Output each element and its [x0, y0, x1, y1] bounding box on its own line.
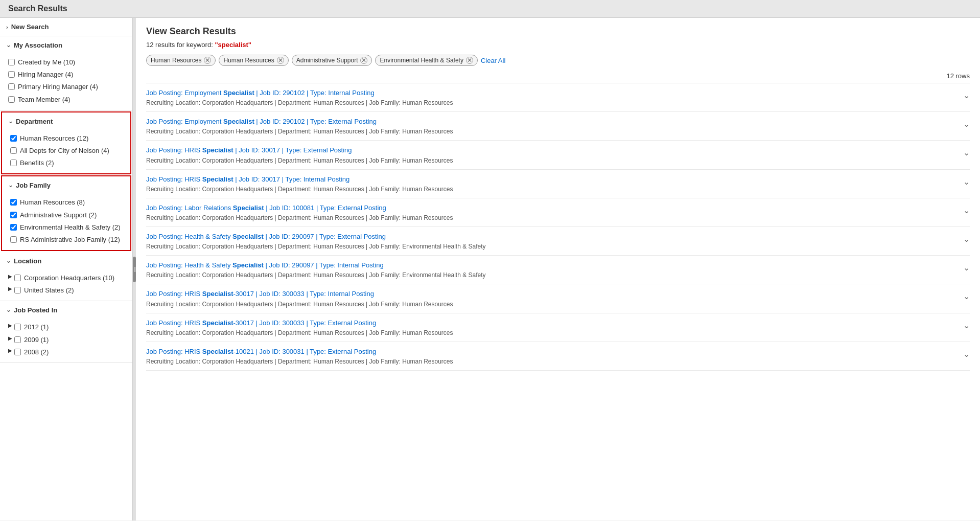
year-2009-label: 2009 (1)	[24, 335, 49, 345]
job-link[interactable]: Job Posting: HRIS Specialist-30017 | Job…	[146, 290, 374, 298]
remove-filter-icon[interactable]: ✕	[466, 57, 473, 64]
benefits-checkbox[interactable]	[10, 160, 17, 166]
expand-2009-icon[interactable]: ▶	[8, 335, 12, 341]
expand-2008-icon[interactable]: ▶	[8, 348, 12, 353]
clear-all-button[interactable]: Clear All	[481, 57, 505, 64]
job-link[interactable]: Job Posting: Labor Relations Specialist …	[146, 204, 386, 212]
created-by-me-checkbox[interactable]	[8, 59, 15, 65]
hiring-manager-checkbox[interactable]	[8, 71, 15, 78]
table-row: Job Posting: HRIS Specialist-10021 | Job…	[146, 342, 970, 371]
rs-admin-family-label: RS Administrative Job Family (12)	[20, 235, 120, 244]
expand-job-icon[interactable]: ⌄	[963, 206, 970, 215]
sidebar: › New Search ⌄ My Association Created by…	[0, 18, 133, 520]
expand-corp-hq-icon[interactable]: ▶	[8, 274, 12, 279]
year-2012-checkbox[interactable]	[14, 324, 21, 330]
job-title-bold: Specialist	[232, 261, 264, 269]
year-2008-label: 2008 (2)	[24, 348, 49, 357]
expand-job-icon[interactable]: ⌄	[963, 90, 970, 100]
chevron-down-icon: ⌄	[6, 307, 11, 313]
job-meta: Recruiting Location: Corporation Headqua…	[146, 214, 957, 221]
year-2009-checkbox[interactable]	[14, 336, 21, 343]
job-link[interactable]: Job Posting: HRIS Specialist | Job ID: 3…	[146, 146, 352, 154]
corp-hq-checkbox[interactable]	[14, 275, 21, 281]
job-link[interactable]: Job Posting: Employment Specialist | Job…	[146, 118, 377, 125]
expand-us-icon[interactable]: ▶	[8, 286, 12, 291]
job-link[interactable]: Job Posting: HRIS Specialist-30017 | Job…	[146, 319, 376, 327]
job-title: Job Posting: HRIS Specialist-30017 | Job…	[146, 289, 957, 299]
job-title-suffix: -10021 | Job ID: 300031 | Type: External…	[234, 348, 377, 355]
department-header[interactable]: ⌄ Department	[2, 112, 130, 130]
team-member-checkbox[interactable]	[8, 96, 15, 103]
job-link[interactable]: Job Posting: Employment Specialist | Job…	[146, 89, 375, 97]
env-health-safety-label: Environmental Health & Safety (2)	[20, 223, 121, 232]
expand-2012-icon[interactable]: ▶	[8, 323, 12, 328]
job-title-bold: Specialist	[232, 233, 264, 240]
primary-hiring-manager-checkbox[interactable]	[8, 83, 15, 90]
job-title-suffix: | Job ID: 290102 | Type: Internal Postin…	[254, 89, 375, 97]
year-2012-label: 2012 (1)	[24, 323, 49, 332]
content-area: View Search Results 12 results for keywo…	[136, 18, 980, 520]
job-title: Job Posting: HRIS Specialist | Job ID: 3…	[146, 146, 957, 155]
job-meta: Recruiting Location: Corporation Headqua…	[146, 301, 957, 308]
remove-filter-icon[interactable]: ✕	[277, 57, 284, 64]
location-header[interactable]: ⌄ Location	[0, 252, 132, 270]
table-row: Job Posting: Health & Safety Specialist …	[146, 256, 970, 284]
job-link[interactable]: Job Posting: HRIS Specialist-10021 | Job…	[146, 348, 376, 355]
filter-tag: Human Resources ✕	[146, 55, 216, 66]
chevron-down-icon: ⌄	[6, 258, 11, 264]
table-row: Job Posting: Employment Specialist | Job…	[146, 83, 970, 112]
expand-job-icon[interactable]: ⌄	[963, 263, 970, 273]
job-title-bold: Specialist	[223, 118, 254, 125]
job-item-content: Job Posting: Employment Specialist | Job…	[146, 117, 957, 135]
remove-filter-icon[interactable]: ✕	[360, 57, 367, 64]
all-depts-checkbox[interactable]	[10, 147, 17, 154]
job-posted-in-header[interactable]: ⌄ Job Posted In	[0, 301, 132, 319]
new-search-header[interactable]: › New Search	[0, 18, 132, 36]
table-row: Job Posting: HRIS Specialist | Job ID: 3…	[146, 141, 970, 169]
job-title-prefix: Job Posting: HRIS	[146, 319, 202, 327]
job-link[interactable]: Job Posting: Health & Safety Specialist …	[146, 261, 384, 269]
remove-filter-icon[interactable]: ✕	[204, 57, 211, 64]
list-item: ▶ 2008 (2)	[8, 346, 124, 358]
list-item: Primary Hiring Manager (4)	[8, 81, 124, 93]
expand-job-icon[interactable]: ⌄	[963, 177, 970, 187]
job-title-prefix: Job Posting: Employment	[146, 89, 223, 97]
job-meta: Recruiting Location: Corporation Headqua…	[146, 329, 957, 336]
year-2008-checkbox[interactable]	[14, 349, 21, 355]
env-health-safety-checkbox[interactable]	[10, 224, 17, 231]
department-label: Department	[16, 118, 53, 125]
department-content: Human Resources (12) All Depts for City …	[2, 130, 130, 174]
job-title-prefix: Job Posting: HRIS	[146, 146, 202, 154]
job-title: Job Posting: Employment Specialist | Job…	[146, 117, 957, 126]
job-title-suffix: -30017 | Job ID: 300033 | Type: Internal…	[234, 290, 374, 298]
job-meta: Recruiting Location: Corporation Headqua…	[146, 128, 957, 135]
job-title-prefix: Job Posting: Health & Safety	[146, 233, 232, 240]
my-association-header[interactable]: ⌄ My Association	[0, 36, 132, 54]
job-link[interactable]: Job Posting: Health & Safety Specialist …	[146, 233, 386, 240]
list-item: Created by Me (10)	[8, 56, 124, 69]
rs-admin-family-checkbox[interactable]	[10, 236, 17, 243]
hiring-manager-label: Hiring Manager (4)	[18, 70, 73, 79]
expand-job-icon[interactable]: ⌄	[963, 321, 970, 330]
job-item-content: Job Posting: HRIS Specialist | Job ID: 3…	[146, 146, 957, 164]
list-item: ▶ 2009 (1)	[8, 334, 124, 346]
job-family-header[interactable]: ⌄ Job Family	[2, 176, 130, 194]
human-resources-dept-checkbox[interactable]	[10, 135, 17, 142]
table-row: Job Posting: HRIS Specialist | Job ID: 3…	[146, 170, 970, 198]
expand-job-icon[interactable]: ⌄	[963, 234, 970, 244]
expand-job-icon[interactable]: ⌄	[963, 119, 970, 129]
us-checkbox[interactable]	[14, 287, 21, 293]
job-item-content: Job Posting: HRIS Specialist-30017 | Job…	[146, 319, 957, 336]
filter-tags-container: Human Resources ✕ Human Resources ✕ Admi…	[146, 55, 970, 66]
job-link[interactable]: Job Posting: HRIS Specialist | Job ID: 3…	[146, 175, 349, 183]
content-title: View Search Results	[146, 26, 970, 37]
sidebar-section-department: ⌄ Department Human Resources (12) All De…	[1, 111, 131, 175]
job-title: Job Posting: HRIS Specialist-30017 | Job…	[146, 319, 957, 328]
expand-job-icon[interactable]: ⌄	[963, 148, 970, 157]
expand-job-icon[interactable]: ⌄	[963, 291, 970, 301]
human-resources-family-checkbox[interactable]	[10, 199, 17, 206]
expand-job-icon[interactable]: ⌄	[963, 349, 970, 359]
table-row: Job Posting: Employment Specialist | Job…	[146, 112, 970, 141]
job-item-content: Job Posting: Health & Safety Specialist …	[146, 232, 957, 250]
admin-support-checkbox[interactable]	[10, 212, 17, 218]
